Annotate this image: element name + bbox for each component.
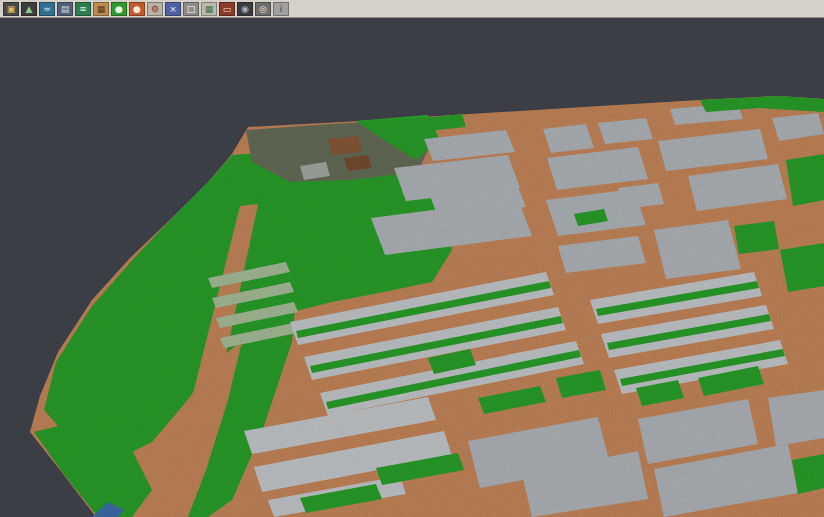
dem-icon[interactable]: ▤	[57, 2, 73, 16]
classify-vegetation-icon[interactable]: ●	[111, 2, 127, 16]
settings-icon[interactable]: ⚙	[147, 2, 163, 16]
info-icon[interactable]: i	[273, 2, 289, 16]
3d-viewport-canvas[interactable]	[0, 0, 824, 517]
main-toolbar: ▣▲≈▤≡▦●●⚙×□▦▭◉◎i	[0, 0, 824, 18]
globe-icon[interactable]: ◉	[237, 2, 253, 16]
grid-icon[interactable]: ▦	[201, 2, 217, 16]
layers-icon[interactable]: ≡	[75, 2, 91, 16]
classify-ground-icon[interactable]: ●	[129, 2, 145, 16]
open-project-icon[interactable]: ▣	[3, 2, 19, 16]
orthophoto-icon[interactable]: ▦	[93, 2, 109, 16]
expand-icon[interactable]: □	[183, 2, 199, 16]
water-level-icon[interactable]: ≈	[39, 2, 55, 16]
measure-icon[interactable]: ▭	[219, 2, 235, 16]
import-cloud-icon[interactable]: ▲	[21, 2, 37, 16]
camera-icon[interactable]: ◎	[255, 2, 271, 16]
delete-icon[interactable]: ×	[165, 2, 181, 16]
